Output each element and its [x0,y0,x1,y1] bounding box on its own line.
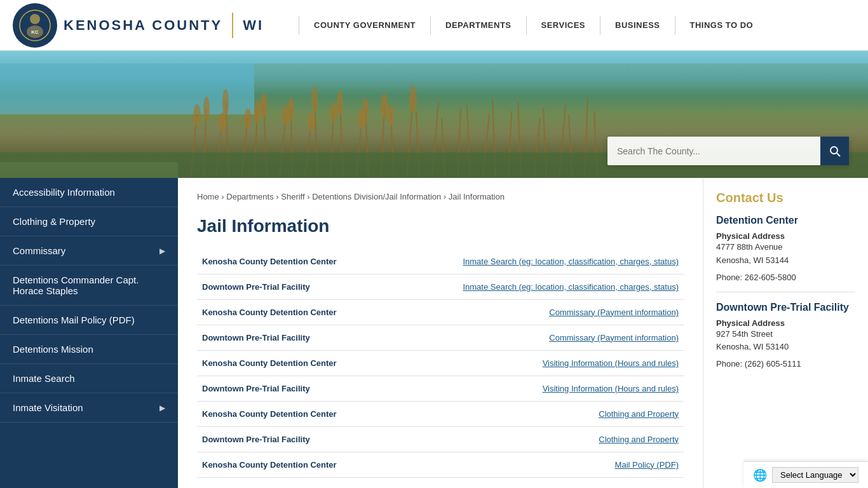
nav-services[interactable]: SERVICES [530,20,597,30]
breadcrumb-separator: › [444,192,449,201]
breadcrumb: Home › Departments › Sheriff › Detention… [197,191,684,203]
svg-point-43 [244,109,252,129]
svg-point-49 [311,86,318,114]
breadcrumb-sheriff[interactable]: Sheriff [281,192,304,201]
translate-icon: 🌐 [753,468,767,482]
facility-link-cell: Clothing and Property [391,426,684,452]
table-row: Kenosha County Detention Center Inmate S… [197,249,684,274]
nav-divider-1 [299,16,299,35]
facility-link-cell: Inmate Search (eg: location, classificat… [391,249,684,274]
language-select[interactable]: Select Language English Spanish French G… [772,467,858,483]
nav-divider-4 [600,16,600,35]
hero-banner [0,51,868,178]
nav-departments[interactable]: DEPARTMENTS [434,20,522,30]
facility-link[interactable]: Visiting Information (Hours and rules) [543,384,679,393]
facility-link[interactable]: Mail Policy (PDF) [615,460,679,470]
facility-link[interactable]: Clothing and Property [599,409,679,419]
svg-point-55 [388,105,394,126]
svg-point-59 [831,147,837,154]
table-row: Kenosha County Detention Center Commissa… [197,299,684,325]
facility-link-cell: Visiting Information (Hours and rules) [391,376,684,401]
nav-business[interactable]: BUSINESS [604,20,671,30]
breadcrumb-home[interactable]: Home [197,192,219,201]
facility-name: Kenosha County Detention Center [197,249,391,274]
main-nav: COUNTY GOVERNMENT DEPARTMENTS SERVICES B… [295,16,855,35]
facility-link[interactable]: Commissary (Payment information) [549,308,679,317]
nav-things-to-do[interactable]: THINGS TO DO [679,20,765,30]
nav-county-government[interactable]: COUNTY GOVERNMENT [302,20,427,30]
facility-link[interactable]: Visiting Information (Hours and rules) [543,358,679,368]
nav-divider-3 [526,16,527,35]
svg-text:KC: KC [31,29,39,35]
facility-name: Downtown Pre-Trial Facility [197,325,391,350]
detention-address-line1: 4777 88th Avenue [716,241,855,254]
phone-label-1: Phone: [716,273,742,282]
sidebar-item-clothing[interactable]: Clothing & Property [0,207,178,236]
phone-label-2: Phone: [716,359,742,369]
detention-address-line2: Kenosha, WI 53144 [716,254,855,268]
table-row: Kenosha County Detention Center Clothing… [197,401,684,426]
page-title: Jail Information [197,216,684,236]
table-row: Kenosha County Detention Center Visiting… [197,350,684,376]
facility-link-cell: Mail Policy (PDF) [391,452,684,477]
search-button[interactable] [820,137,849,165]
svg-rect-58 [0,162,178,178]
contact-sidebar: Contact Us Detention Center Physical Add… [703,178,868,488]
breadcrumb-current: Jail Information [449,192,505,201]
svg-point-1 [30,14,40,24]
pretrial-address-line2: Kenosha, WI 53140 [716,341,855,354]
logo-divider [232,13,233,38]
table-row: Downtown Pre-Trial Facility Clothing and… [197,426,684,452]
pretrial-phone-number: (262) 605-5111 [745,359,801,369]
svg-rect-5 [0,64,254,114]
facility-name: Kenosha County Detention Center [197,452,391,477]
table-row: Downtown Pre-Trial Facility Visiting Inf… [197,376,684,401]
facility-link[interactable]: Inmate Search (eg: location, classificat… [463,257,679,266]
sidebar-item-commissary[interactable]: Commissary ▶ [0,236,178,266]
facility-link-cell: Clothing and Property [391,401,684,426]
sidebar-item-accessibility[interactable]: Accessibility Information [0,178,178,207]
sidebar: Accessibility Information Clothing & Pro… [0,178,178,488]
breadcrumb-departments[interactable]: Departments [226,192,273,201]
sidebar-item-mission[interactable]: Detentions Mission [0,335,178,364]
main-content: Home › Departments › Sheriff › Detention… [178,178,703,488]
svg-point-51 [337,90,343,116]
sidebar-item-label: Detentions Mail Policy (PDF) [13,315,135,325]
site-header: KC KENOSHA COUNTY WI COUNTY GOVERNMENT D… [0,0,868,51]
facility-name: Kenosha County Detention Center [197,350,391,376]
facility-link-cell: Visiting Information (Hours and rules) [391,350,684,376]
chevron-right-icon: ▶ [159,247,165,255]
svg-point-48 [308,112,315,132]
pretrial-address-line1: 927 54th Street [716,328,855,341]
logo-state: WI [243,17,264,34]
breadcrumb-detentions[interactable]: Detentions Division/Jail Information [312,192,441,201]
svg-point-50 [330,102,337,123]
svg-point-39 [193,104,201,127]
detention-center-title: Detention Center [716,215,855,226]
svg-point-40 [203,97,210,122]
table-row: Downtown Pre-Trial Facility Inmate Searc… [197,274,684,299]
jail-info-table: Kenosha County Detention Center Inmate S… [197,249,684,478]
breadcrumb-separator: › [307,192,312,201]
facility-link-cell: Commissary (Payment information) [391,325,684,350]
contact-divider [716,292,855,292]
logo-icon: KC [13,3,57,48]
sidebar-item-label: Inmate Search [13,373,75,384]
sidebar-item-label: Commissary [13,245,65,256]
search-input[interactable] [607,146,820,156]
facility-name: Downtown Pre-Trial Facility [197,426,391,452]
facility-link[interactable]: Clothing and Property [599,435,679,444]
facility-link[interactable]: Commissary (Payment information) [549,333,679,342]
detention-phone: Phone: 262-605-5800 [716,273,855,282]
physical-address-label-1: Physical Address [716,231,855,241]
sidebar-item-label: Inmate Visitation [13,402,83,413]
facility-link[interactable]: Inmate Search (eg: location, classificat… [463,282,679,292]
sidebar-item-inmate-search[interactable]: Inmate Search [0,364,178,393]
logo-text: KENOSHA COUNTY [64,17,222,34]
svg-point-47 [288,98,294,121]
svg-line-60 [837,153,840,156]
sidebar-item-label: Clothing & Property [13,216,95,227]
sidebar-item-inmate-visitation[interactable]: Inmate Visitation ▶ [0,393,178,423]
sidebar-item-mail-policy[interactable]: Detentions Mail Policy (PDF) [0,306,178,335]
sidebar-item-commander[interactable]: Detentions Commander Capt. Horace Staple… [0,266,178,306]
